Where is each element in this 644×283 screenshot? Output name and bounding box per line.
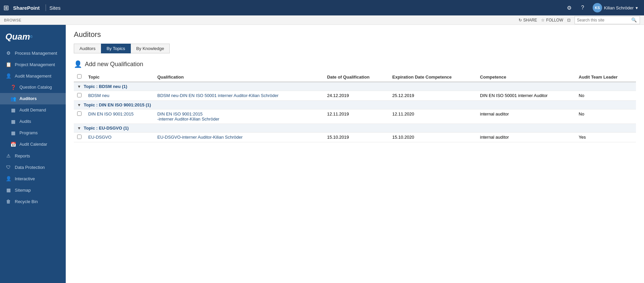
row-checkbox-cell [74,91,85,101]
reports-icon: ⚠ [5,153,11,158]
sidebar-item-label: Sitemap [15,188,31,193]
row-checkbox[interactable] [77,93,82,97]
col-audit-team-leader: Audit Team Leader [575,72,636,82]
follow-action[interactable]: ☆ FOLLOW [541,18,563,22]
sidebar-item-reports[interactable]: ⚠ Reports [0,150,66,161]
sidebar-item-label: Programs [19,131,38,135]
sidebar-item-process-management[interactable]: ⚙ Process Management [0,47,66,59]
top-bar-right: ⚙ ? KS Kilian Schröder ▾ [563,2,641,14]
browse-bar: BROWSE ↻ SHARE ☆ FOLLOW ⊡ 🔍 [0,15,644,25]
group-header-eu-dsgvo: ▼ Topic : EU-DSGVO (1) [74,124,636,133]
user-menu[interactable]: KS Kilian Schröder ▾ [590,2,641,14]
expiration-date-cell: 25.12.2019 [389,91,477,101]
collapse-icon[interactable]: ▼ [77,126,81,131]
sidebar-item-sitemap[interactable]: ▦ Sitemap [0,184,66,196]
top-bar: ⊞ SharePoint Sites ⚙ ? KS Kilian Schröde… [0,0,644,15]
share-icon: ↻ [519,18,522,22]
top-bar-divider [46,4,46,11]
logo-area: Quam© [0,28,66,47]
sidebar-item-audits[interactable]: ▦ Audits [0,116,66,127]
sidebar-item-label: Recycle Bin [15,199,38,204]
sidebar-item-data-protection[interactable]: 🛡 Data Protection [0,161,66,173]
user-dropdown-icon: ▾ [636,5,638,10]
tab-bar: Auditors By Topics By Knowledge [74,44,636,53]
sharepoint-label: SharePoint [13,5,40,11]
col-competence: Competence [477,72,575,82]
select-all-checkbox[interactable] [77,74,82,79]
competence-cell: internal auditor [477,133,575,142]
collapse-icon[interactable]: ▼ [77,103,81,107]
add-qualification-row: 👤 Add new Qualification [74,60,636,68]
sidebar-item-audit-calendar[interactable]: 📅 Audit Calendar [0,139,66,150]
col-qualification: Qualification [154,72,324,82]
search-input[interactable] [577,18,631,22]
sidebar-item-auditors[interactable]: 👥 Auditors [0,93,66,104]
layout: Quam© ‹ ⚙ Process Management 📋 Project M… [0,25,644,283]
sidebar-item-programs[interactable]: ▦ Programs [0,127,66,139]
sidebar-item-recycle-bin[interactable]: 🗑 Recycle Bin [0,196,66,207]
qualification-table: Topic Qualification Date of Qualificatio… [74,72,636,142]
waffle-icon[interactable]: ⊞ [3,4,9,12]
recycle-bin-icon: 🗑 [5,199,11,204]
topic-link[interactable]: EU-DSGVO [88,135,111,140]
tab-auditors[interactable]: Auditors [74,44,101,53]
question-catalog-icon: ❓ [10,85,16,90]
sidebar-item-audit-management[interactable]: 👤 Audit Management [0,70,66,82]
logo-text: Quam [5,32,30,42]
share-label: SHARE [523,18,537,22]
topic-cell: DIN EN ISO 9001:2015 [85,109,154,124]
qualification-link[interactable]: DIN EN ISO 9001:2015-interner Auditor-Ki… [157,111,219,122]
col-date-qualification: Date of Qualification [324,72,389,82]
page-title-row: Auditors [74,30,636,39]
tab-by-knowledge[interactable]: By Knowledge [130,44,170,53]
row-checkbox-cell [74,109,85,124]
sidebar-item-label: Audit Demand [19,108,46,112]
collapse-icon[interactable]: ▼ [77,84,81,89]
sidebar-item-audit-demand[interactable]: ▦ Audit Demand [0,104,66,116]
sidebar-item-interactive[interactable]: 👤 Interactive [0,173,66,184]
qualification-link[interactable]: EU-DSGVO-interner Auditor-Kilian Schröde… [157,135,243,140]
competence-cell: internal auditor [477,109,575,124]
topic-link[interactable]: DIN EN ISO 9001:2015 [88,111,133,116]
audit-team-leader-cell: Yes [575,133,636,142]
search-box: 🔍 [575,16,640,24]
sidebar-item-question-catalog[interactable]: ❓ Question Catalog [0,82,66,93]
sidebar-item-label: Audit Calendar [19,142,47,147]
sites-label: Sites [49,5,60,11]
group-count: (1) [146,102,151,107]
tab-by-topics[interactable]: By Topics [101,44,131,53]
row-checkbox[interactable] [77,111,82,116]
search-button[interactable]: 🔍 [631,17,638,22]
col-topic: Topic [85,72,154,82]
focus-action[interactable]: ⊡ [567,18,571,22]
qualification-cell: BDSM neu-DIN EN ISO 50001 interner Audit… [154,91,324,101]
audits-icon: ▦ [10,119,16,124]
row-checkbox-cell [74,133,85,142]
sidebar: Quam© ‹ ⚙ Process Management 📋 Project M… [0,25,66,283]
sidebar-item-label: Question Catalog [19,85,52,90]
share-action[interactable]: ↻ SHARE [519,18,537,22]
date-qualification-cell: 15.10.2019 [324,133,389,142]
sitemap-icon: ▦ [5,187,11,193]
group-header-din-en-iso: ▼ Topic : DIN EN ISO 9001:2015 (1) [74,101,636,109]
sidebar-item-project-management[interactable]: 📋 Project Management [0,59,66,70]
row-checkbox[interactable] [77,135,82,139]
sidebar-toggle[interactable]: ‹ [65,35,66,44]
topic-link[interactable]: BDSM neu [88,93,109,98]
group-header-bdsm-neu: ▼ Topic : BDSM neu (1) [74,82,636,91]
settings-icon[interactable]: ⚙ [563,2,575,14]
help-icon[interactable]: ? [577,2,589,14]
sidebar-item-label: Project Management [15,62,55,67]
sidebar-item-label: Audits [19,119,31,124]
col-expiration-date: Expiration Date Competence [389,72,477,82]
expiration-date-cell: 15.10.2020 [389,133,477,142]
follow-label: FOLLOW [546,18,563,22]
table-row: BDSM neu BDSM neu-DIN EN ISO 50001 inter… [74,91,636,101]
group-label: Topic : EU-DSGVO [84,126,122,131]
audit-team-leader-cell: No [575,91,636,101]
topic-cell: EU-DSGVO [85,133,154,142]
browse-label: BROWSE [4,18,21,22]
qualification-link[interactable]: BDSM neu-DIN EN ISO 50001 interner Audit… [157,93,278,98]
qualification-cell: EU-DSGVO-interner Auditor-Kilian Schröde… [154,133,324,142]
topic-cell: BDSM neu [85,91,154,101]
